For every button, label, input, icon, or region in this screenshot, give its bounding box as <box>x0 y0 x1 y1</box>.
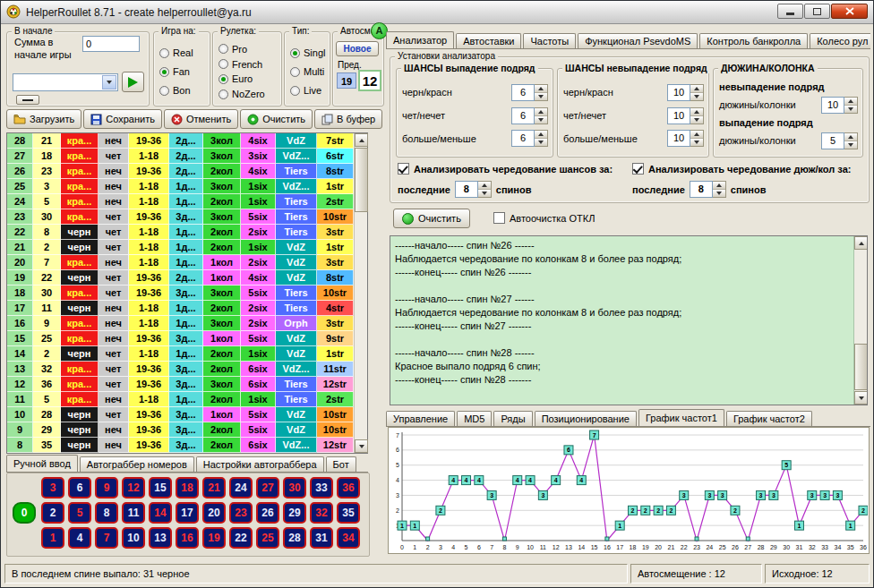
input-tab-2[interactable]: Настройки автограббера <box>196 456 324 472</box>
undo-button[interactable]: Отменить <box>164 109 238 129</box>
number-tile-7[interactable]: 7 <box>95 527 118 549</box>
number-tile-36[interactable]: 36 <box>337 477 360 499</box>
spinner-down-button[interactable] <box>690 93 703 100</box>
scroll-up-button[interactable] <box>355 133 368 147</box>
start-sum-input[interactable] <box>82 36 140 52</box>
spinner-down-button[interactable] <box>713 190 725 197</box>
chart-tab-0[interactable]: Управление <box>386 411 455 426</box>
number-tile-27[interactable]: 27 <box>256 477 279 499</box>
number-tile-24[interactable]: 24 <box>229 477 253 499</box>
number-tile-14[interactable]: 14 <box>149 502 172 524</box>
number-tile-32[interactable]: 32 <box>310 502 333 524</box>
input-tab-3[interactable]: Бот <box>326 456 356 472</box>
spinner-up-button[interactable] <box>690 108 703 116</box>
main-tab-4[interactable]: Контроль банкролла <box>699 33 808 48</box>
number-tile-18[interactable]: 18 <box>176 477 199 499</box>
scroll-down-button[interactable] <box>854 391 868 405</box>
spinner-up-button[interactable] <box>844 98 857 106</box>
number-tile-10[interactable]: 10 <box>122 527 145 549</box>
number-tile-1[interactable]: 1 <box>41 527 64 549</box>
spinner-value[interactable]: 8 <box>455 181 478 198</box>
number-tile-33[interactable]: 33 <box>310 477 333 499</box>
close-button[interactable] <box>831 4 868 19</box>
number-tile-19[interactable]: 19 <box>202 527 226 549</box>
radio-Live[interactable]: Live <box>290 85 328 96</box>
alternation-dozens-checkbox[interactable] <box>632 163 644 175</box>
save-button[interactable]: Сохранить <box>83 109 162 129</box>
main-tab-0[interactable]: Анализатор <box>386 31 454 49</box>
number-tile-22[interactable]: 22 <box>229 527 253 549</box>
spinner-down-button[interactable] <box>535 116 547 124</box>
copy-buffer-button[interactable]: В буфер <box>314 109 382 129</box>
clear-analyzer-button[interactable]: Очистить <box>393 209 470 228</box>
alternation-chances-checkbox[interactable] <box>398 163 409 175</box>
number-tile-16[interactable]: 16 <box>176 527 199 549</box>
spinner-up-button[interactable] <box>535 85 547 93</box>
input-tab-0[interactable]: Ручной ввод <box>6 455 78 473</box>
number-tile-12[interactable]: 12 <box>122 477 145 499</box>
number-tile-0[interactable]: 0 <box>13 502 36 524</box>
number-tile-25[interactable]: 25 <box>256 527 279 549</box>
number-tile-21[interactable]: 21 <box>202 477 226 499</box>
spinner-value[interactable]: 6 <box>511 84 535 101</box>
radio-Singl[interactable]: Singl <box>290 47 328 58</box>
spinner-value[interactable]: 10 <box>667 130 690 147</box>
number-tile-9[interactable]: 9 <box>95 477 118 499</box>
number-tile-30[interactable]: 30 <box>283 477 306 499</box>
number-tile-35[interactable]: 35 <box>337 502 360 524</box>
scroll-down-button[interactable] <box>355 439 368 453</box>
chart-tab-5[interactable]: График частот2 <box>726 411 812 426</box>
spinner-up-button[interactable] <box>478 182 491 190</box>
title-bar[interactable]: HelperRoullet 8.71 - create helperroulle… <box>1 1 873 24</box>
load-button[interactable]: Загрузить <box>6 109 81 129</box>
number-tile-23[interactable]: 23 <box>229 502 253 524</box>
radio-Bon[interactable]: Bon <box>159 85 208 96</box>
chart-tab-1[interactable]: MD5 <box>457 411 492 426</box>
radio-Multi[interactable]: Multi <box>290 66 328 77</box>
number-tile-29[interactable]: 29 <box>283 502 306 524</box>
spinner-value[interactable]: 6 <box>511 130 535 147</box>
spinner-down-button[interactable] <box>535 93 547 100</box>
collapse-button[interactable] <box>16 95 39 105</box>
main-tab-2[interactable]: Частоты <box>523 33 576 48</box>
number-tile-13[interactable]: 13 <box>149 527 172 549</box>
radio-Pro[interactable]: Pro <box>218 44 279 55</box>
number-tile-11[interactable]: 11 <box>122 502 145 524</box>
main-tab-1[interactable]: Автоставки <box>456 33 521 48</box>
spinner-up-button[interactable] <box>535 108 547 116</box>
number-tile-3[interactable]: 3 <box>41 477 64 499</box>
number-tile-6[interactable]: 6 <box>68 477 91 499</box>
spinner-down-button[interactable] <box>844 106 857 113</box>
chart-tab-3[interactable]: Позиционирование <box>535 411 637 426</box>
radio-Fan[interactable]: Fan <box>159 66 208 77</box>
radio-Real[interactable]: Real <box>159 47 208 58</box>
radio-NoZero[interactable]: NoZero <box>218 89 279 99</box>
number-tile-31[interactable]: 31 <box>310 527 333 549</box>
spinner-up-button[interactable] <box>844 133 857 141</box>
clear-button[interactable]: Очистить <box>240 109 313 129</box>
new-autoshift-button[interactable]: Новое <box>336 41 379 56</box>
number-tile-4[interactable]: 4 <box>68 527 91 549</box>
scroll-up-button[interactable] <box>854 236 868 250</box>
chart-tab-2[interactable]: Ряды <box>493 411 532 426</box>
start-play-button[interactable] <box>122 72 144 92</box>
main-tab-5[interactable]: Колесо рул <box>810 33 870 48</box>
spinner-up-button[interactable] <box>713 182 725 190</box>
number-tile-8[interactable]: 8 <box>95 502 118 524</box>
table-scrollbar[interactable] <box>354 133 367 453</box>
minimize-button[interactable] <box>777 4 803 19</box>
input-tab-1[interactable]: Автограббер номеров <box>80 456 194 472</box>
chart-tab-4[interactable]: График частот1 <box>638 409 724 427</box>
spinner-down-button[interactable] <box>478 190 491 197</box>
spinner-value[interactable]: 10 <box>667 107 690 124</box>
spinner-value[interactable]: 10 <box>667 84 690 101</box>
spinner-value[interactable]: 5 <box>821 132 844 149</box>
spinner-down-button[interactable] <box>535 139 547 146</box>
number-tile-20[interactable]: 20 <box>202 502 226 524</box>
maximize-button[interactable] <box>804 4 830 19</box>
chevron-down-icon[interactable] <box>102 75 116 89</box>
log-scrollbar[interactable] <box>853 236 867 405</box>
radio-Euro[interactable]: Euro <box>218 73 279 84</box>
number-tile-34[interactable]: 34 <box>337 527 360 549</box>
number-tile-26[interactable]: 26 <box>256 502 279 524</box>
